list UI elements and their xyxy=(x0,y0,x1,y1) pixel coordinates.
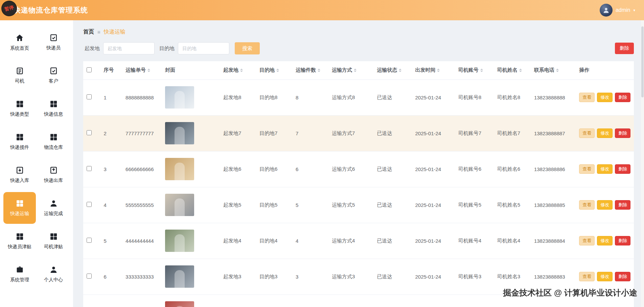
cell-status: 已送达 xyxy=(373,115,412,151)
sort-caret-icon[interactable] xyxy=(519,67,522,73)
sidebar-item-10[interactable]: 快递运输 xyxy=(3,192,36,224)
edit-button[interactable]: 修改 xyxy=(597,272,613,281)
delete-button[interactable]: 删除 xyxy=(615,236,630,245)
cell-driver-account: 司机账号6 xyxy=(455,151,494,187)
sidebar-item-4[interactable]: 快递类型 xyxy=(3,93,36,124)
delete-button[interactable]: 删除 xyxy=(615,93,630,102)
sidebar-item-12[interactable]: 快递员津贴 xyxy=(3,225,36,257)
cover-image[interactable] xyxy=(165,158,194,180)
scrollbar[interactable] xyxy=(641,20,644,307)
avatar[interactable] xyxy=(600,4,613,17)
delete-button[interactable]: 删除 xyxy=(615,200,630,210)
sidebar-item-2[interactable]: 司机 xyxy=(3,60,36,91)
sort-caret-icon[interactable] xyxy=(480,67,483,73)
edit-button[interactable]: 修改 xyxy=(597,236,613,245)
cover-image[interactable] xyxy=(165,122,194,144)
delete-button[interactable]: 删除 xyxy=(615,164,630,174)
column-header[interactable]: 司机账号 xyxy=(455,61,494,79)
view-button[interactable]: 查看 xyxy=(579,164,595,174)
sidebar-item-0[interactable]: 系统首页 xyxy=(3,26,36,58)
table-row: 27777777777起发地7目的地77运输方式7已送达2025-01-24司机… xyxy=(83,115,634,151)
sort-caret-icon[interactable] xyxy=(147,67,150,73)
person-icon xyxy=(49,199,58,208)
sidebar-item-11[interactable]: 运输完成 xyxy=(37,192,70,224)
row-checkbox[interactable] xyxy=(87,94,92,99)
cell-origin: 起发地7 xyxy=(220,115,256,151)
edit-button[interactable]: 修改 xyxy=(597,200,613,210)
sidebar-item-label: 快递出库 xyxy=(44,178,63,184)
filter-bar: 起发地 目的地 搜索 删除 xyxy=(83,42,634,54)
cell-dest: 目的地3 xyxy=(256,259,292,294)
select-all-checkbox[interactable] xyxy=(87,67,92,72)
cover-image[interactable] xyxy=(165,230,194,252)
view-button[interactable]: 查看 xyxy=(579,128,595,138)
column-header[interactable]: 运输方式 xyxy=(328,61,373,79)
cover-image[interactable] xyxy=(165,86,194,109)
sort-caret-icon[interactable] xyxy=(276,67,279,73)
row-checkbox[interactable] xyxy=(87,238,92,243)
row-checkbox[interactable] xyxy=(87,202,92,207)
view-button[interactable]: 查看 xyxy=(579,236,595,245)
delete-button[interactable]: 删除 xyxy=(615,272,630,281)
column-header[interactable]: 运输单号 xyxy=(122,61,162,79)
edit-button[interactable]: 修改 xyxy=(597,164,613,174)
sidebar-item-label: 司机 xyxy=(15,78,24,84)
table-header-row: 序号运输单号封面起发地目的地运输件数运输方式运输状态出发时间司机账号司机姓名联系… xyxy=(83,61,634,79)
breadcrumb: 首页 ≡ 快递运输 xyxy=(83,28,634,36)
cell-method: 运输方式3 xyxy=(328,259,373,294)
row-checkbox[interactable] xyxy=(87,166,92,171)
cell-driver-name: 司机姓名7 xyxy=(494,115,531,151)
breadcrumb-home[interactable]: 首页 xyxy=(83,28,94,36)
column-header[interactable]: 司机姓名 xyxy=(494,61,531,79)
view-button[interactable]: 查看 xyxy=(579,200,595,210)
origin-filter-input[interactable] xyxy=(103,42,155,54)
column-header[interactable]: 联系电话 xyxy=(531,61,576,79)
edit-button[interactable]: 修改 xyxy=(597,93,613,102)
cover-image[interactable] xyxy=(165,265,194,288)
sidebar-item-15[interactable]: 个人中心 xyxy=(37,258,70,290)
column-header[interactable]: 运输状态 xyxy=(373,61,412,79)
sort-caret-icon[interactable] xyxy=(240,67,243,73)
scrollbar-thumb[interactable] xyxy=(641,26,644,97)
column-header[interactable]: 出发时间 xyxy=(412,61,455,79)
sort-caret-icon[interactable] xyxy=(556,67,559,73)
column-header[interactable]: 起发地 xyxy=(220,61,256,79)
row-checkbox[interactable] xyxy=(87,130,92,135)
cell-dest: 目的地8 xyxy=(256,79,292,115)
table-row: 45555555555起发地5目的地55运输方式5已送达2025-01-24司机… xyxy=(83,187,634,223)
sort-caret-icon[interactable] xyxy=(399,67,401,73)
sidebar-item-5[interactable]: 快递信息 xyxy=(37,93,70,124)
sidebar-item-13[interactable]: 司机津贴 xyxy=(37,225,70,257)
sidebar-item-8[interactable]: 快递入库 xyxy=(3,159,36,191)
sidebar-item-label: 快递类型 xyxy=(10,111,29,117)
sidebar-item-1[interactable]: 快递员 xyxy=(37,26,70,58)
sidebar-item-3[interactable]: 客户 xyxy=(37,60,70,91)
cell-method: 运输方式8 xyxy=(328,79,373,115)
view-button[interactable]: 查看 xyxy=(579,272,595,281)
row-checkbox[interactable] xyxy=(87,274,92,279)
cell-status: 已送达 xyxy=(373,259,412,294)
cell-phone: 13823888885 xyxy=(531,187,576,223)
bulk-delete-button[interactable]: 删除 xyxy=(615,43,634,54)
cover-image[interactable] xyxy=(165,194,194,216)
column-header[interactable]: 目的地 xyxy=(256,61,292,79)
sort-caret-icon[interactable] xyxy=(318,67,320,73)
edit-button[interactable]: 修改 xyxy=(597,128,613,138)
delete-button[interactable]: 删除 xyxy=(615,128,630,138)
cell-phone: 13823888884 xyxy=(531,223,576,259)
cover-image[interactable] xyxy=(165,301,194,307)
column-header[interactable]: 运输件数 xyxy=(292,61,328,79)
sort-caret-icon[interactable] xyxy=(354,67,356,73)
view-button[interactable]: 查看 xyxy=(579,93,595,102)
app-title: 快递物流仓库管理系统 xyxy=(14,5,88,15)
sort-caret-icon[interactable] xyxy=(437,67,440,73)
dest-filter-input[interactable] xyxy=(178,42,229,54)
cell-order-no: 7777777777 xyxy=(122,115,162,151)
search-button[interactable]: 搜索 xyxy=(235,42,260,54)
sidebar-item-6[interactable]: 快递揽件 xyxy=(3,126,36,158)
sidebar-item-14[interactable]: 系统管理 xyxy=(3,258,36,290)
user-menu[interactable]: admin ▾ xyxy=(600,4,635,17)
sidebar-item-7[interactable]: 物流仓库 xyxy=(37,126,70,158)
sidebar-item-9[interactable]: 快递出库 xyxy=(37,159,70,191)
cell-origin: 起发地6 xyxy=(220,151,256,187)
